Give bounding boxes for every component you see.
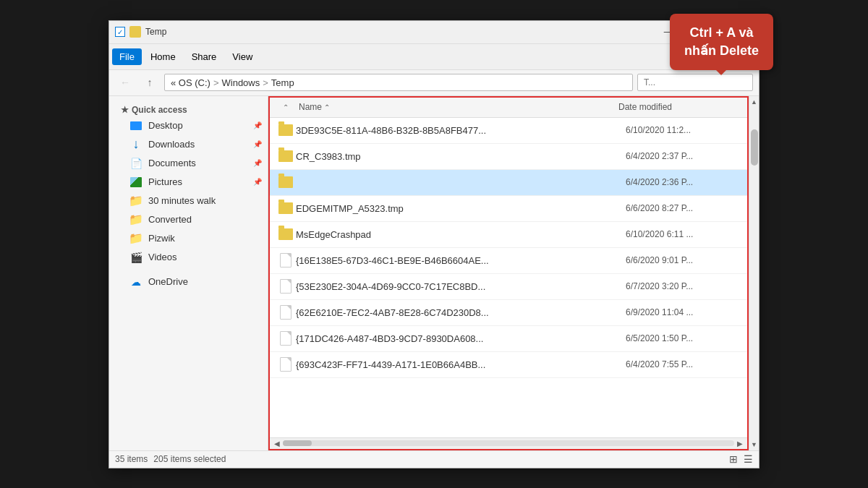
file-name-7: {62E6210E-7EC2-4AB7-8E28-6C74D230D8...	[296, 307, 626, 318]
horizontal-scrollbar[interactable]: ◀ ▶	[270, 437, 747, 449]
file-name-6: {53E230E2-304A-4D69-9CC0-7C17EC8BD...	[296, 281, 626, 292]
sidebar-item-videos[interactable]: 🎬 Videos	[109, 248, 268, 267]
file-icon-7	[276, 305, 296, 320]
file-name-0: 3DE93C5E-811A-48B6-B32B-8B5A8FB477...	[296, 125, 626, 136]
file-date-4: 6/10/2020 6:11 ...	[626, 229, 741, 239]
address-bar: ← ↑ « OS (C:) > Windows > Temp	[109, 70, 759, 96]
quick-access-header: ★ Quick access	[109, 102, 268, 116]
file-icon-2	[276, 176, 296, 188]
file-date-6: 6/7/2020 3:20 P...	[626, 281, 741, 291]
col-header-name[interactable]: Name ⌃	[296, 102, 616, 112]
downloads-icon: ↓	[129, 138, 142, 151]
file-name-5: {16E138E5-67D3-46C1-BE9E-B46B6604AE...	[296, 255, 626, 266]
back-button[interactable]: ←	[115, 72, 135, 93]
file-date-0: 6/10/2020 11:2...	[626, 125, 741, 135]
file-row[interactable]: {62E6210E-7EC2-4AB7-8E28-6C74D230D8... 6…	[270, 300, 747, 326]
up-button[interactable]: ↑	[140, 72, 160, 93]
status-bar: 35 items 205 items selected ⊞ ☰	[109, 450, 759, 468]
file-icon-6	[276, 279, 296, 294]
file-row[interactable]: 3DE93C5E-811A-48B6-B32B-8B5A8FB477... 6/…	[270, 118, 747, 144]
status-selected-count: 205 items selected	[153, 454, 226, 464]
scroll-left-arrow[interactable]: ◀	[271, 440, 283, 448]
file-list-header: ⌃ Name ⌃ Date modified	[270, 98, 747, 118]
sidebar-item-documents[interactable]: 📄 Documents 📌	[109, 154, 268, 173]
menu-file[interactable]: File	[112, 48, 142, 65]
file-name-3: EDGEMITMP_A5323.tmp	[296, 203, 626, 214]
file-date-1: 6/4/2020 2:37 P...	[626, 151, 741, 161]
menu-home[interactable]: Home	[143, 48, 183, 65]
file-row[interactable]: {16E138E5-67D3-46C1-BE9E-B46B6604AE... 6…	[270, 248, 747, 274]
file-list-area: ⌃ Name ⌃ Date modified	[268, 96, 749, 450]
address-path[interactable]: « OS (C:) > Windows > Temp	[164, 74, 633, 91]
status-item-count: 35 items	[115, 454, 148, 464]
file-row[interactable]: MsEdgeCrashpad 6/10/2020 6:11 ...	[270, 222, 747, 248]
scroll-right-arrow[interactable]: ▶	[734, 440, 746, 448]
file-icon-1	[276, 150, 296, 162]
scroll-down-button[interactable]: ▼	[749, 439, 759, 450]
window-title: Temp	[145, 27, 166, 37]
scroll-up-button[interactable]: ▲	[749, 96, 759, 108]
view-toggle-icon[interactable]: ⊞	[729, 453, 738, 465]
file-row[interactable]: EDGEMITMP_A5323.tmp 6/6/2020 8:27 P...	[270, 196, 747, 222]
col-header-date[interactable]: Date modified	[616, 102, 731, 112]
file-icon-9	[276, 357, 296, 372]
sidebar-item-30min[interactable]: 📁 30 minutes walk	[109, 192, 268, 210]
file-row[interactable]: {693C423F-FF71-4439-A171-1E0B66A4BB... 6…	[270, 352, 747, 378]
menu-bar: File Home Share View	[109, 44, 759, 70]
file-icon-5	[276, 253, 296, 267]
file-icon-0	[276, 124, 296, 136]
folder-30min-icon: 📁	[129, 194, 142, 207]
sidebar-item-desktop[interactable]: Desktop 📌	[109, 116, 268, 135]
file-icon-8	[276, 331, 296, 346]
path-sep2: >	[263, 77, 268, 88]
file-row[interactable]: {53E230E2-304A-4D69-9CC0-7C17EC8BD... 6/…	[270, 274, 747, 300]
v-scroll-track	[749, 108, 759, 439]
documents-icon: 📄	[129, 157, 142, 170]
vertical-scrollbar[interactable]: ▲ ▼	[749, 96, 759, 450]
file-row[interactable]: 6/4/2020 2:36 P...	[270, 170, 747, 196]
sidebar-item-converted[interactable]: 📁 Converted	[109, 210, 268, 229]
list-view-icon[interactable]: ☰	[744, 453, 753, 465]
main-content: ★ Quick access Desktop 📌 ↓ Downloads 📌 �	[109, 96, 759, 450]
sidebar-item-onedrive[interactable]: ☁ OneDrive	[109, 273, 268, 291]
menu-view[interactable]: View	[225, 48, 260, 65]
onedrive-icon: ☁	[129, 275, 142, 288]
path-temp: Temp	[271, 77, 294, 88]
pin-icon-documents: 📌	[253, 159, 262, 167]
file-name-4: MsEdgeCrashpad	[296, 229, 626, 240]
search-input[interactable]	[637, 74, 753, 91]
file-date-3: 6/6/2020 8:27 P...	[626, 203, 741, 213]
file-row[interactable]: CR_C3983.tmp 6/4/2020 2:37 P...	[270, 144, 747, 170]
desktop-icon	[129, 119, 142, 132]
sidebar-item-downloads[interactable]: ↓ Downloads 📌	[109, 135, 268, 154]
file-icon-3	[276, 202, 296, 214]
file-row[interactable]: {171DC426-A487-4BD3-9CD7-8930DA608... 6/…	[270, 326, 747, 352]
tooltip-bubble: Ctrl + A và nhấn Delete	[670, 14, 773, 70]
pictures-icon	[129, 176, 142, 189]
file-date-8: 6/5/2020 1:50 P...	[626, 333, 741, 343]
file-list: 3DE93C5E-811A-48B6-B32B-8B5A8FB477... 6/…	[270, 118, 747, 437]
h-scroll-thumb[interactable]	[283, 440, 312, 446]
pin-icon-desktop: 📌	[253, 121, 262, 129]
folder-title-icon	[129, 26, 141, 38]
sidebar-item-pizwik[interactable]: 📁 Pizwik	[109, 229, 268, 248]
title-bar-left: Temp	[115, 26, 166, 38]
file-date-7: 6/9/2020 11:04 ...	[626, 307, 741, 317]
path-root: « OS (C:)	[171, 77, 210, 88]
folder-pizwik-icon: 📁	[129, 232, 142, 245]
sort-arrow-icon: ⌃	[324, 103, 330, 111]
file-date-5: 6/6/2020 9:01 P...	[626, 255, 741, 265]
path-sep1: >	[213, 77, 219, 88]
menu-share[interactable]: Share	[184, 48, 224, 65]
title-bar: Temp ─ □ ✕	[109, 21, 759, 44]
file-icon-4	[276, 228, 296, 240]
v-scroll-thumb[interactable]	[751, 129, 758, 166]
explorer-window: Ctrl + A và nhấn Delete Temp ─ □ ✕ File …	[109, 20, 760, 468]
file-name-8: {171DC426-A487-4BD3-9CD7-8930DA608...	[296, 333, 626, 344]
h-scroll-track	[283, 440, 734, 446]
sidebar-item-pictures[interactable]: Pictures 📌	[109, 173, 268, 192]
folder-converted-icon: 📁	[129, 213, 142, 226]
file-date-2: 6/4/2020 2:36 P...	[626, 177, 741, 187]
file-date-9: 6/4/2020 7:55 P...	[626, 359, 741, 369]
tooltip-line1: Ctrl + A và	[689, 25, 753, 40]
